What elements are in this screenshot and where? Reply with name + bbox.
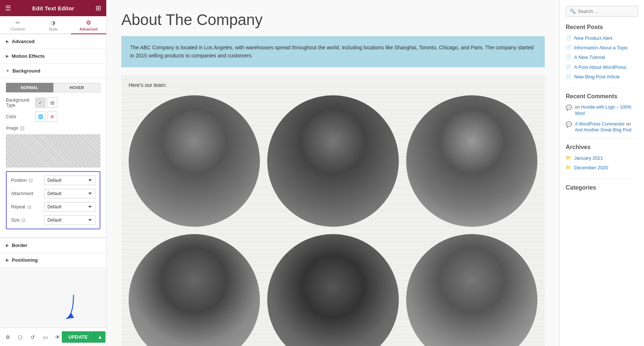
- panel-footer: ⚙ ⬡ ↺ ▭ 👁 UPDATE ▲: [0, 328, 106, 346]
- preview-footer-icon[interactable]: 👁: [54, 333, 62, 341]
- hamburger-icon[interactable]: ☰: [5, 4, 11, 12]
- image-preview-inner: [6, 135, 100, 167]
- border-section-header[interactable]: ▶ Border: [0, 238, 106, 253]
- recent-post-1-link[interactable]: New Product Alert: [574, 35, 612, 42]
- team-photo-3-inner: [406, 95, 537, 227]
- background-section-header[interactable]: ▼ Background: [0, 64, 106, 78]
- positioning-arrow: ▶: [6, 258, 9, 262]
- recent-comments-title: Recent Comments: [566, 93, 638, 100]
- comment-2-on: on: [626, 121, 631, 127]
- search-box[interactable]: 🔍: [566, 6, 638, 17]
- comment-2-commenter-link[interactable]: A WordPress Commenter: [575, 121, 625, 127]
- settings-footer-icon[interactable]: ⚙: [4, 333, 12, 341]
- archive-2-link[interactable]: December 2020: [574, 165, 608, 171]
- history-footer-icon[interactable]: ↺: [29, 333, 37, 341]
- repeat-select[interactable]: Default No Repeat Repeat Repeat-X Repeat…: [44, 202, 95, 212]
- tab-style-label: Style: [49, 27, 57, 31]
- recent-post-5-link[interactable]: New Blog Post Article: [574, 74, 620, 80]
- positioning-section-header[interactable]: ▶ Positioning: [0, 253, 106, 268]
- team-label: Here's our team:: [129, 82, 537, 88]
- position-select[interactable]: Default Top Left Top Center Top Right Ce…: [44, 176, 95, 185]
- update-button[interactable]: UPDATE: [62, 331, 94, 343]
- style-icon: ◑: [50, 19, 56, 26]
- position-label: Position ⬜: [11, 178, 44, 183]
- tab-content[interactable]: ✏ Content: [0, 16, 35, 34]
- background-label: Background: [12, 68, 40, 74]
- team-photo-4-inner: [129, 234, 260, 346]
- recent-posts-list: 📄 New Product Alert 📄 Information About …: [566, 35, 638, 80]
- doc-icon-1: 📄: [566, 35, 571, 40]
- search-input[interactable]: [578, 8, 634, 14]
- footer-icons: ⚙ ⬡ ↺ ▭ 👁: [4, 333, 62, 341]
- search-icon: 🔍: [570, 8, 576, 14]
- bg-type-solid-btn[interactable]: ✓: [35, 98, 46, 108]
- grid-icon[interactable]: ⊞: [96, 4, 101, 12]
- tab-advanced[interactable]: ⚙ Advanced: [71, 16, 106, 34]
- motion-effects-label: Motion Effects: [12, 53, 45, 59]
- archive-1-link[interactable]: January 2021: [574, 155, 603, 162]
- recent-post-5: 📄 New Blog Post Article: [566, 74, 638, 80]
- recent-post-4-link[interactable]: A Post About WordPress: [574, 64, 626, 71]
- intro-box: The ABC Company is located in Los Angele…: [121, 36, 545, 67]
- tab-style[interactable]: ◑ Style: [35, 16, 71, 34]
- comment-1-on: on: [575, 105, 581, 110]
- normal-tab[interactable]: NORMAL: [6, 83, 53, 92]
- bg-type-gradient-btn[interactable]: ▤: [47, 98, 57, 108]
- update-dropdown-button[interactable]: ▲: [94, 331, 105, 343]
- intro-text: The ABC Company is located in Los Angele…: [130, 43, 536, 60]
- color-row: Color 🌐 ⊘: [6, 112, 100, 122]
- right-sidebar: 🔍 Recent Posts 📄 New Product Alert 📄 Inf…: [559, 0, 644, 346]
- color-globe-btn[interactable]: 🌐: [35, 112, 46, 122]
- team-photo-6-inner: [406, 234, 537, 346]
- size-label: Size ⬜: [11, 218, 44, 223]
- image-row: Image ⬜: [6, 126, 100, 131]
- color-slash-btn[interactable]: ⊘: [47, 112, 57, 122]
- background-content: NORMAL HOVER Background Type ✓ ▤ Color 🌐: [0, 78, 106, 238]
- attachment-select[interactable]: Default Scroll Fixed: [44, 189, 95, 198]
- doc-icon-4: 📄: [566, 64, 571, 70]
- hover-tab[interactable]: HOVER: [53, 83, 101, 92]
- archives-title: Archives: [566, 144, 638, 151]
- size-select[interactable]: Default Auto Cover Contain: [44, 215, 95, 225]
- team-section: Here's our team:: [121, 75, 545, 346]
- panel-title: Edit Text Editor: [32, 5, 75, 11]
- responsive-footer-icon[interactable]: ▭: [41, 333, 49, 341]
- normal-hover-tabs: NORMAL HOVER: [6, 83, 100, 92]
- image-preview[interactable]: [6, 134, 100, 167]
- comment-1-text: on Hoodie with Logo – 100% Wool: [575, 104, 638, 117]
- comment-2: 💬 A WordPress Commenter on And Another G…: [566, 121, 638, 134]
- motion-effects-section-header[interactable]: ▶ Motion Effects: [0, 49, 106, 64]
- archive-icon-2: 📁: [566, 165, 571, 170]
- sidebar-divider-3: [566, 179, 638, 179]
- team-grid: [129, 95, 537, 346]
- recent-post-1: 📄 New Product Alert: [566, 35, 638, 42]
- comment-2-link[interactable]: And Another Great Blog Post: [575, 127, 632, 133]
- recent-post-3: 📄 A New Tutorial: [566, 54, 638, 61]
- doc-icon-5: 📄: [566, 74, 571, 79]
- comment-1-link[interactable]: Hoodie with Logo – 100% Wool: [575, 105, 631, 116]
- page-title: About The Company: [121, 11, 545, 29]
- main-content: About The Company The ABC Company is loc…: [107, 0, 559, 346]
- blue-arrow: [59, 293, 81, 324]
- border-label: Border: [12, 243, 28, 248]
- panel-header: ☰ Edit Text Editor ⊞: [0, 0, 106, 16]
- layers-footer-icon[interactable]: ⬡: [16, 333, 24, 341]
- recent-post-3-link[interactable]: A New Tutorial: [574, 54, 605, 61]
- sidebar-divider-2: [566, 138, 638, 139]
- size-row: Size ⬜ Default Auto Cover Contain: [11, 215, 95, 225]
- doc-icon-3: 📄: [566, 54, 571, 60]
- team-photo-4: [129, 234, 260, 346]
- content-icon: ✏: [15, 19, 20, 26]
- position-row: Position ⬜ Default Top Left Top Center T…: [11, 176, 95, 185]
- motion-arrow: ▶: [6, 54, 9, 58]
- team-photo-2: [267, 95, 398, 227]
- panel-content: ▶ Advanced ▶ Motion Effects ▼ Background…: [0, 34, 106, 328]
- bg-type-label: Background Type: [6, 98, 35, 108]
- advanced-section-header[interactable]: ▶ Advanced: [0, 34, 106, 49]
- attachment-row: Attachment Default Scroll Fixed: [11, 189, 95, 198]
- archive-1: 📁 January 2021: [566, 155, 638, 162]
- recent-post-2-link[interactable]: Information About a Topic: [574, 45, 628, 51]
- team-photo-2-inner: [267, 95, 398, 227]
- repeat-row: Repeat ⬜ Default No Repeat Repeat Repeat…: [11, 202, 95, 212]
- archive-2: 📁 December 2020: [566, 165, 638, 171]
